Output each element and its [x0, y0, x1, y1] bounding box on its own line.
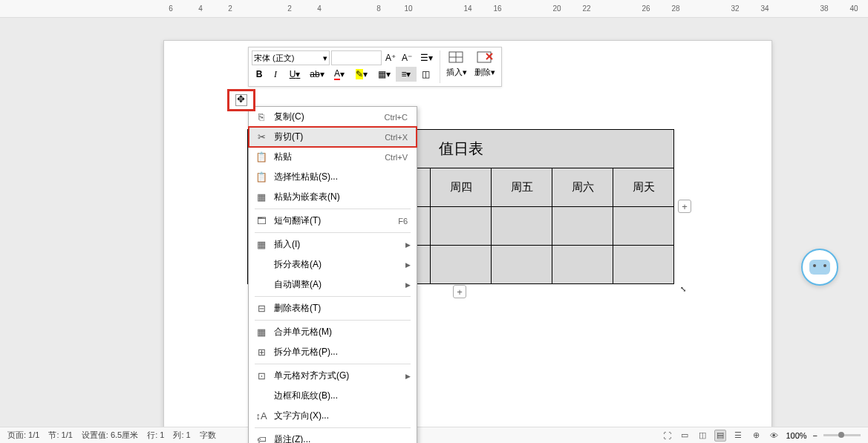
menu-label: 粘贴为嵌套表(N): [274, 191, 411, 203]
increase-font-button[interactable]: A⁺: [383, 50, 398, 65]
read-mode-icon[interactable]: ▭: [679, 430, 691, 442]
menu-item-paste-special[interactable]: 📋选择性粘贴(S)...: [249, 167, 417, 187]
menu-item-边框和底纹(B)...[interactable]: 边框和底纹(B)...: [249, 386, 417, 406]
insert-group[interactable]: 插入▾: [443, 50, 470, 83]
menu-item-comment[interactable]: 🏷题注(Z)...: [249, 430, 417, 443]
table-header-cell[interactable]: 周天: [613, 168, 674, 207]
table-cell[interactable]: [431, 207, 492, 246]
zoom-out-button[interactable]: −: [813, 431, 818, 440]
add-row-button[interactable]: +: [453, 285, 466, 298]
menu-item-copy[interactable]: ⎘复制(C)Ctrl+C: [249, 107, 417, 127]
status-section[interactable]: 节: 1/1: [48, 430, 72, 441]
eye-icon[interactable]: 👁: [768, 430, 780, 442]
table-header-cell[interactable]: 周六: [552, 168, 613, 207]
font-size-select[interactable]: [331, 50, 382, 65]
status-chars[interactable]: 字数: [200, 430, 216, 441]
assistant-avatar[interactable]: [801, 249, 838, 286]
font-family-select[interactable]: 宋体 (正文)▾: [252, 50, 330, 65]
ruler-mark: 4: [193, 4, 208, 13]
font-color-button[interactable]: A▾: [329, 67, 350, 82]
delete-group[interactable]: 删除▾: [471, 50, 498, 83]
menu-item-delete-table[interactable]: ⊟删除表格(T): [249, 298, 417, 318]
blank-icon: [255, 258, 268, 272]
menu-item-translate[interactable]: 🗔短句翻译(T)F6: [249, 211, 417, 231]
line-spacing-button[interactable]: ☰▾: [416, 50, 437, 65]
blank-icon: [255, 390, 268, 403]
decrease-font-button[interactable]: A⁻: [399, 50, 414, 65]
ruler-mark: [520, 4, 535, 13]
ruler-mark: 4: [312, 4, 327, 13]
ruler-mark: 14: [460, 4, 475, 13]
translate-icon: 🗔: [255, 214, 268, 228]
ruler-mark: 16: [490, 4, 505, 13]
menu-item-拆分表格(A)[interactable]: 拆分表格(A)▶: [249, 255, 417, 275]
ruler-mark: 32: [728, 4, 743, 13]
shading-button[interactable]: ◫: [418, 67, 433, 82]
menu-item-align[interactable]: ⊡单元格对齐方式(G)▶: [249, 366, 417, 386]
table-cell[interactable]: [552, 207, 613, 246]
ruler-mark: 38: [817, 4, 832, 13]
delete-table-icon: [476, 50, 494, 65]
ruler-mark: [609, 4, 624, 13]
menu-label: 删除表格(T): [274, 302, 411, 315]
menu-item-paste-nested[interactable]: ▦粘贴为嵌套表(N): [249, 187, 417, 207]
italic-button[interactable]: I: [268, 67, 283, 82]
menu-shortcut: F6: [398, 217, 408, 226]
menu-separator: [255, 209, 411, 209]
table-cell[interactable]: [492, 207, 552, 246]
table-cell[interactable]: [613, 246, 674, 284]
menu-label: 拆分单元格(P)...: [274, 346, 411, 358]
outline-icon[interactable]: ☰: [732, 430, 744, 442]
web-layout-icon[interactable]: ⊕: [750, 430, 762, 442]
table-resize-handle[interactable]: ⤡: [680, 285, 689, 294]
assistant-face-icon: [809, 260, 830, 275]
submenu-arrow-icon: ▶: [405, 281, 411, 289]
menu-item-text-dir[interactable]: ↕A文字方向(X)...: [249, 406, 417, 426]
menu-label: 插入(I): [274, 238, 405, 251]
table-cell[interactable]: [552, 246, 613, 284]
menu-label: 文字方向(X)...: [274, 410, 411, 422]
bold-button[interactable]: B: [252, 67, 267, 82]
status-page[interactable]: 页面: 1/1: [7, 430, 39, 441]
status-bar: 页面: 1/1 节: 1/1 设置值: 6.5厘米 行: 1 列: 1 字数 🛡…: [0, 427, 868, 443]
table-header-cell[interactable]: 周四: [431, 168, 492, 207]
menu-label: 合并单元格(M): [274, 326, 411, 338]
ruler-mark: 8: [371, 4, 386, 13]
menu-label: 题注(Z)...: [274, 433, 411, 443]
ruler-mark: 40: [846, 4, 861, 13]
menu-separator: [255, 427, 411, 428]
menu-item-split-cells[interactable]: ⊞拆分单元格(P)...: [249, 342, 417, 362]
fullscreen-icon[interactable]: ⛶: [661, 430, 673, 442]
menu-item-自动调整(A)[interactable]: 自动调整(A)▶: [249, 275, 417, 295]
zoom-slider[interactable]: [823, 434, 861, 436]
page-view-icon[interactable]: ◫: [696, 430, 708, 442]
menu-item-cut[interactable]: ✂剪切(T)Ctrl+X: [249, 127, 417, 147]
menu-item-merge-cells[interactable]: ▦合并单元格(M): [249, 322, 417, 342]
menu-label: 自动调整(A): [274, 278, 405, 291]
print-layout-icon[interactable]: ▤: [714, 430, 726, 442]
borders-button[interactable]: ▦▾: [373, 67, 394, 82]
menu-item-paste[interactable]: 📋粘贴Ctrl+V: [249, 147, 417, 167]
underline-button[interactable]: U▾: [284, 67, 305, 82]
insert-table-icon: ▦: [255, 238, 268, 252]
zoom-thumb[interactable]: [838, 432, 844, 438]
strikethrough-button[interactable]: ab▾: [307, 67, 327, 82]
status-setting[interactable]: 设置值: 6.5厘米: [82, 430, 138, 441]
table-cell[interactable]: [492, 246, 552, 284]
table-cell[interactable]: [613, 207, 674, 246]
status-line[interactable]: 行: 1: [147, 430, 164, 441]
ruler-mark: 6: [163, 4, 178, 13]
highlight-button[interactable]: ✎▾: [351, 67, 372, 82]
add-column-button[interactable]: +: [678, 200, 691, 213]
table-cell[interactable]: [431, 246, 492, 284]
status-col[interactable]: 列: 1: [173, 430, 190, 441]
menu-label: 拆分表格(A): [274, 258, 405, 271]
table-header-cell[interactable]: 周五: [492, 168, 552, 207]
table-move-handle[interactable]: [227, 89, 255, 111]
submenu-arrow-icon: ▶: [405, 241, 411, 249]
align-button[interactable]: ≡▾: [396, 67, 417, 82]
menu-separator: [255, 364, 411, 364]
insert-label: 插入▾: [446, 67, 467, 78]
menu-item-insert-table[interactable]: ▦插入(I)▶: [249, 234, 417, 255]
zoom-value[interactable]: 100%: [786, 431, 806, 440]
